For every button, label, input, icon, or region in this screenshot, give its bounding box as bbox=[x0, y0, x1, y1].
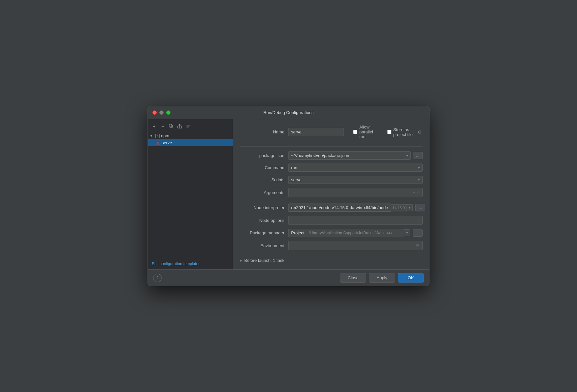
run-debug-dialog: Run/Debug Configurations + − bbox=[148, 106, 429, 286]
scripts-select[interactable]: serve bbox=[288, 176, 423, 184]
package-manager-wrapper: Project ~/Library/Application Support/Je… bbox=[288, 229, 410, 237]
package-manager-dropdown[interactable]: ▾ bbox=[404, 229, 410, 236]
add-config-button[interactable]: + bbox=[150, 123, 158, 130]
node-version-badge: 14.15.0 bbox=[391, 204, 407, 211]
traffic-lights bbox=[152, 110, 170, 115]
arguments-expand-icon[interactable]: ⤢ bbox=[417, 190, 420, 195]
scripts-label: Scripts: bbox=[240, 177, 286, 182]
title-bar: Run/Debug Configurations bbox=[148, 106, 429, 119]
bottom-bar: ? Close Apply OK bbox=[148, 269, 429, 286]
package-manager-display: Project ~/Library/Application Support/Je… bbox=[288, 229, 404, 237]
tree-group-npm: ▾ n npm n serve bbox=[148, 132, 233, 147]
npm-serve-icon: n bbox=[156, 141, 160, 145]
toolbar-row: + − bbox=[148, 121, 233, 132]
package-json-row: package.json: ~/Vue/myfirstvue/package.j… bbox=[240, 151, 423, 160]
package-json-browse-button[interactable]: ... bbox=[413, 152, 423, 159]
spacer bbox=[240, 201, 423, 204]
npm-icon: n bbox=[155, 134, 160, 138]
svg-rect-1 bbox=[169, 124, 172, 127]
node-interpreter-label: Node interpreter: bbox=[240, 205, 286, 210]
store-project-checkbox[interactable] bbox=[387, 130, 391, 134]
node-interpreter-input[interactable]: rm2021.1/node/node-v14.15.0-darwin-x64/b… bbox=[288, 204, 391, 212]
arguments-label: Arguments: bbox=[240, 190, 286, 195]
command-select-wrapper: run bbox=[288, 164, 423, 172]
node-options-label: Node options: bbox=[240, 218, 286, 223]
move-config-button[interactable] bbox=[176, 123, 183, 130]
remove-config-button[interactable]: − bbox=[159, 123, 166, 130]
node-interpreter-wrapper: rm2021.1/node/node-v14.15.0-darwin-x64/b… bbox=[288, 204, 413, 212]
tree-area: ▾ n npm n serve bbox=[148, 132, 233, 258]
sort-config-button[interactable] bbox=[185, 123, 192, 130]
tree-item-npm[interactable]: ▾ n npm bbox=[148, 132, 233, 139]
scripts-row: Scripts: serve bbox=[240, 176, 423, 184]
node-interpreter-dropdown[interactable]: ▾ bbox=[407, 204, 413, 211]
allow-parallel-label[interactable]: Allow parallel run bbox=[359, 125, 378, 139]
arguments-input-container: + ⤢ bbox=[288, 188, 423, 197]
edit-templates-link[interactable]: Edit configuration templates... bbox=[148, 258, 233, 269]
divider bbox=[240, 147, 423, 147]
before-launch-section: ▶ Before launch: 1 task bbox=[240, 257, 423, 264]
package-manager-type: Project bbox=[291, 230, 304, 235]
apply-button[interactable]: Apply bbox=[369, 273, 395, 283]
node-interpreter-browse-button[interactable]: ... bbox=[415, 204, 425, 211]
package-json-select[interactable]: ~/Vue/myfirstvue/package.json bbox=[288, 151, 411, 160]
package-manager-path: ~/Library/Application Support/JetBrains/… bbox=[306, 231, 381, 235]
package-manager-browse-button[interactable]: ... bbox=[413, 229, 423, 237]
allow-parallel-checkbox[interactable] bbox=[353, 130, 357, 134]
package-manager-row: Package manager: Project ~/Library/Appli… bbox=[240, 229, 423, 237]
left-panel: + − bbox=[148, 119, 233, 269]
gear-button[interactable]: ⚙ bbox=[417, 129, 423, 135]
store-project-label[interactable]: Store as project file bbox=[393, 127, 414, 137]
before-launch-label: Before launch: 1 task bbox=[244, 258, 284, 263]
action-buttons: Close Apply OK bbox=[340, 273, 424, 283]
environment-input[interactable]: ☰ bbox=[288, 241, 423, 250]
node-interpreter-row: Node interpreter: rm2021.1/node/node-v14… bbox=[240, 204, 423, 212]
command-select[interactable]: run bbox=[288, 164, 423, 172]
minimize-window-button[interactable] bbox=[159, 110, 164, 115]
name-input[interactable] bbox=[288, 128, 344, 136]
node-options-expand-icon[interactable]: ⤢ bbox=[417, 218, 420, 223]
allow-parallel-group: Allow parallel run bbox=[353, 125, 378, 139]
package-manager-version: 6.14.8 bbox=[383, 231, 393, 235]
close-window-button[interactable] bbox=[152, 110, 157, 115]
copy-config-button[interactable] bbox=[168, 123, 175, 130]
package-manager-label: Package manager: bbox=[240, 230, 286, 235]
close-button[interactable]: Close bbox=[340, 273, 366, 283]
before-launch-arrow: ▶ bbox=[240, 259, 242, 262]
node-options-input-container: ⤢ bbox=[288, 216, 423, 225]
arguments-row: Arguments: + ⤢ bbox=[240, 188, 423, 197]
package-json-label: package.json: bbox=[240, 153, 286, 158]
package-json-select-wrapper: ~/Vue/myfirstvue/package.json bbox=[288, 151, 411, 160]
package-json-container: ~/Vue/myfirstvue/package.json ... bbox=[288, 151, 423, 160]
store-project-group: Store as project file bbox=[387, 127, 414, 137]
tree-npm-label: npm bbox=[161, 133, 169, 138]
right-panel: Name: Allow parallel run Store as projec… bbox=[233, 119, 429, 269]
tree-serve-label: serve bbox=[162, 140, 172, 145]
tree-item-serve[interactable]: n serve bbox=[148, 139, 233, 146]
maximize-window-button[interactable] bbox=[166, 110, 170, 115]
environment-edit-icon[interactable]: ☰ bbox=[416, 243, 420, 248]
help-button[interactable]: ? bbox=[153, 274, 162, 282]
node-options-row: Node options: ⤢ bbox=[240, 216, 423, 225]
command-row: Command: run bbox=[240, 164, 423, 172]
ok-button[interactable]: OK bbox=[398, 273, 424, 283]
before-launch-header[interactable]: ▶ Before launch: 1 task bbox=[240, 257, 423, 264]
arguments-add-icon[interactable]: + bbox=[413, 190, 415, 195]
environment-label: Environment: bbox=[240, 243, 286, 248]
name-label: Name: bbox=[240, 129, 286, 134]
name-row: Name: Allow parallel run Store as projec… bbox=[240, 125, 423, 139]
tree-expand-arrow: ▾ bbox=[150, 134, 154, 138]
dialog-title: Run/Debug Configurations bbox=[263, 110, 313, 115]
environment-row: Environment: ☰ bbox=[240, 241, 423, 250]
scripts-select-wrapper: serve bbox=[288, 176, 423, 184]
main-content: + − bbox=[148, 119, 429, 269]
command-label: Command: bbox=[240, 165, 286, 170]
